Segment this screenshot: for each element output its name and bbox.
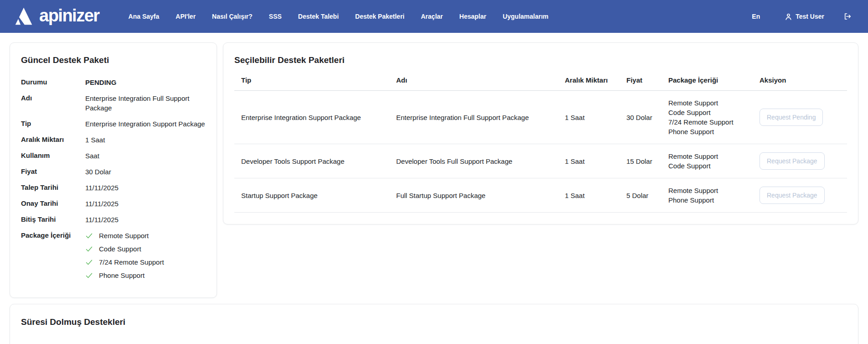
cell-adi: Developer Tools Full Support Package <box>389 144 558 178</box>
cell-adi: Enterprise Integration Full Support Pack… <box>389 91 558 144</box>
table-row: Developer Tools Support PackageDeveloper… <box>234 144 847 178</box>
selectable-packages-title: Seçilebilir Destek Paketleri <box>234 55 847 65</box>
main-content: Güncel Destek Paketi DurumuPENDINGAdıEnt… <box>0 33 868 344</box>
package-content-line: Remote Support <box>668 186 750 195</box>
column-header: Adı <box>389 76 558 91</box>
user-name: Test User <box>796 13 824 20</box>
nav-item-uygulamalar-m[interactable]: Uygulamalarım <box>495 8 557 25</box>
package-content-text: Remote Support <box>99 232 149 240</box>
logout-button[interactable] <box>841 10 854 23</box>
selectable-packages-table: TipAdıAralık MiktarıFiyatPackage İçeriği… <box>234 76 847 213</box>
nav-item-api-ler[interactable]: API'ler <box>167 8 204 25</box>
table-row: Enterprise Integration Support PackageEn… <box>234 91 847 144</box>
field-value: Enterprise Integration Support Package <box>85 119 206 129</box>
field-label: Tip <box>21 119 85 127</box>
cell-package-icerigi: Remote SupportCode Support <box>661 144 753 178</box>
column-header: Aksiyon <box>753 76 847 91</box>
package-content-item: 7/24 Remote Support <box>85 257 206 267</box>
nav-item-destek-paketleri[interactable]: Destek Paketleri <box>347 8 413 25</box>
field-value: 11/11/2025 <box>85 183 206 193</box>
cell-fiyat: 15 Dolar <box>620 144 661 178</box>
package-content-text: Code Support <box>99 245 141 253</box>
field-label: Kullanım <box>21 151 85 159</box>
current-package-fields: DurumuPENDINGAdıEnterprise Integration F… <box>21 78 206 224</box>
nav-item-sss[interactable]: SSS <box>261 8 290 25</box>
package-contents-list: Remote SupportCode Support7/24 Remote Su… <box>85 231 206 284</box>
request-package-button[interactable]: Request Package <box>760 187 825 204</box>
package-content-line: Remote Support <box>668 98 750 108</box>
field-value: PENDING <box>85 78 206 87</box>
package-content-line: Phone Support <box>668 195 750 205</box>
field-label: Aralık Miktarı <box>21 135 85 143</box>
package-content-line: Code Support <box>668 108 750 117</box>
package-content-item: Remote Support <box>85 231 206 240</box>
field-label: Adı <box>21 94 85 102</box>
current-package-title: Güncel Destek Paketi <box>21 55 206 65</box>
apinizer-logo-icon <box>14 6 34 26</box>
package-content-text: Phone Support <box>99 271 145 279</box>
field-row: KullanımSaat <box>21 151 206 161</box>
request-pending-button[interactable]: Request Pending <box>760 109 823 126</box>
cell-aksiyon: Request Package <box>753 178 847 213</box>
logout-icon <box>843 12 852 21</box>
expired-supports-card: Süresi Dolmuş Destekleri <box>10 304 858 344</box>
brand-logo[interactable]: apinizer <box>14 6 99 26</box>
field-value: Saat <box>85 151 206 161</box>
cell-aralik-miktari: 1 Saat <box>558 178 620 213</box>
cell-package-icerigi: Remote SupportCode Support7/24 Remote Su… <box>661 91 753 144</box>
field-row: AdıEnterprise Integration Full Support P… <box>21 94 206 113</box>
cell-tip: Enterprise Integration Support Package <box>234 91 389 144</box>
table-header-row: TipAdıAralık MiktarıFiyatPackage İçeriği… <box>234 76 847 91</box>
nav-item-destek-talebi[interactable]: Destek Talebi <box>290 8 347 25</box>
package-content-line: Code Support <box>668 161 750 171</box>
nav-item-hesaplar[interactable]: Hesaplar <box>451 8 495 25</box>
check-icon <box>85 245 93 253</box>
package-contents-row: Package İçeriği Remote SupportCode Suppo… <box>21 231 206 284</box>
cell-tip: Startup Support Package <box>234 178 389 213</box>
selectable-packages-card: Seçilebilir Destek Paketleri TipAdıAralı… <box>223 42 858 224</box>
package-content-text: 7/24 Remote Support <box>99 258 164 266</box>
cell-adi: Full Startup Support Package <box>389 178 558 213</box>
check-icon <box>85 258 93 266</box>
brand-name: apinizer <box>39 7 99 26</box>
field-value: 1 Saat <box>85 135 206 145</box>
nav-right: En Test User <box>744 8 854 25</box>
cell-aralik-miktari: 1 Saat <box>558 144 620 178</box>
top-navbar: apinizer Ana SayfaAPI'lerNasıl Çalışır?S… <box>0 0 868 33</box>
field-row: Talep Tarihi11/11/2025 <box>21 183 206 193</box>
field-label: Fiyat <box>21 167 85 175</box>
user-menu[interactable]: Test User <box>776 8 832 25</box>
person-icon <box>785 13 792 21</box>
language-selector[interactable]: En <box>744 8 768 25</box>
field-label: Durumu <box>21 78 85 86</box>
field-label: Onay Tarihi <box>21 199 85 207</box>
current-package-card: Güncel Destek Paketi DurumuPENDINGAdıEnt… <box>10 42 217 298</box>
field-label: Talep Tarihi <box>21 183 85 191</box>
field-row: DurumuPENDING <box>21 78 206 87</box>
field-row: Fiyat30 Dolar <box>21 167 206 177</box>
package-content-line: Remote Support <box>668 151 750 161</box>
field-row: TipEnterprise Integration Support Packag… <box>21 119 206 129</box>
package-content-line: Phone Support <box>668 127 750 136</box>
package-content-item: Code Support <box>85 244 206 254</box>
nav-item-nas-l-al-r[interactable]: Nasıl Çalışır? <box>204 8 261 25</box>
cell-aralik-miktari: 1 Saat <box>558 91 620 144</box>
check-icon <box>85 271 93 279</box>
nav-item-ana-sayfa[interactable]: Ana Sayfa <box>120 8 168 25</box>
nav-item-ara-lar[interactable]: Araçlar <box>413 8 451 25</box>
cell-package-icerigi: Remote SupportPhone Support <box>661 178 753 213</box>
request-package-button[interactable]: Request Package <box>760 152 825 170</box>
cell-fiyat: 5 Dolar <box>620 178 661 213</box>
package-contents-label: Package İçeriği <box>21 231 85 239</box>
field-value: 30 Dolar <box>85 167 206 177</box>
column-header: Tip <box>234 76 389 91</box>
column-header: Aralık Miktarı <box>558 76 620 91</box>
field-row: Aralık Miktarı1 Saat <box>21 135 206 145</box>
check-icon <box>85 232 93 240</box>
nav-menu: Ana SayfaAPI'lerNasıl Çalışır?SSSDestek … <box>120 8 557 25</box>
cell-fiyat: 30 Dolar <box>620 91 661 144</box>
cell-aksiyon: Request Package <box>753 144 847 178</box>
field-value: 11/11/2025 <box>85 215 206 224</box>
field-label: Bitiş Tarihi <box>21 215 85 223</box>
cell-aksiyon: Request Pending <box>753 91 847 144</box>
